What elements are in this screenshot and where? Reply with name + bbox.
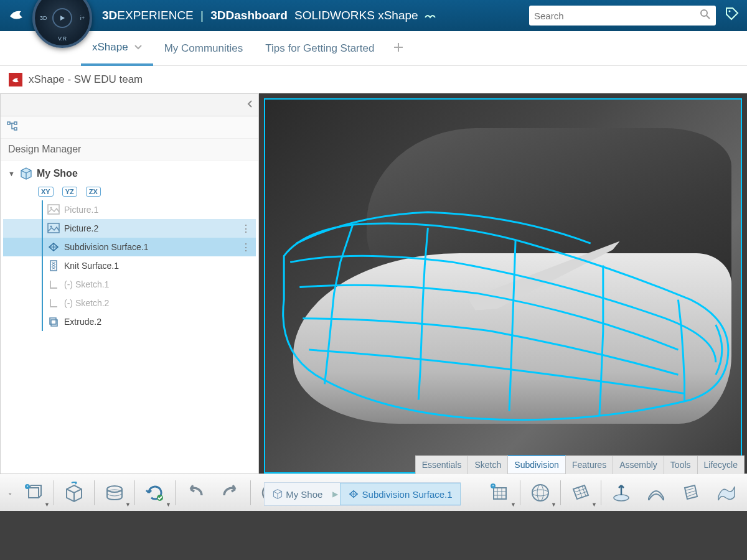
tree-item-sketch1[interactable]: (-) Sketch.1 xyxy=(3,275,256,294)
tab-sketch[interactable]: Sketch xyxy=(467,455,508,474)
brand-main: EXPERIENCE xyxy=(117,9,193,22)
search-box[interactable] xyxy=(529,6,716,26)
command-tab-strip: Essentials Sketch Subdivision Features A… xyxy=(416,455,745,474)
tab-strip: xShape My Communities Tips for Getting S… xyxy=(0,31,747,66)
tree-item-picture2[interactable]: Picture.2 ⋮ xyxy=(3,219,256,238)
tree-item-label: (-) Sketch.1 xyxy=(64,279,109,289)
svg-line-38 xyxy=(578,487,582,497)
search-input[interactable] xyxy=(534,11,700,21)
compass-east-label: i+ xyxy=(80,15,85,21)
tab-subdivision[interactable]: Subdivision xyxy=(507,455,566,474)
panel-collapse-bar xyxy=(1,94,258,116)
bend-tool-button[interactable] xyxy=(639,477,674,509)
workspace-title-row: xShape - SW EDU team xyxy=(0,66,747,93)
compass-north-label: Y xyxy=(60,0,64,1)
breadcrumb-current[interactable]: Subdivision Surface.1 xyxy=(340,483,460,505)
plane-yz[interactable]: YZ xyxy=(62,187,77,197)
surface-tool-button[interactable] xyxy=(708,477,743,509)
compass-play-icon[interactable] xyxy=(52,8,72,28)
tag-icon[interactable] xyxy=(725,6,740,25)
tab-label: Features xyxy=(572,460,606,470)
compass-south-label: V.R xyxy=(58,35,67,42)
tab-tools[interactable]: Tools xyxy=(664,455,698,474)
face-tool-button[interactable] xyxy=(674,477,708,509)
tab-label: Tools xyxy=(670,460,691,470)
tab-essentials[interactable]: Essentials xyxy=(415,455,469,474)
tree-item-subdiv[interactable]: Subdivision Surface.1 ⋮ xyxy=(3,238,256,256)
tree-item-label: (-) Sketch.2 xyxy=(64,298,109,308)
tab-tips[interactable]: Tips for Getting Started xyxy=(254,31,385,66)
knit-surface-icon xyxy=(47,259,60,273)
tree-item-extrude[interactable]: Extrude.2 xyxy=(3,312,256,331)
tree-root-label: My Shoe xyxy=(37,168,78,179)
compass-widget[interactable]: Y V.R 3D i+ xyxy=(32,0,92,48)
extrude-tool-button[interactable] xyxy=(604,477,639,509)
svg-line-1 xyxy=(707,16,710,19)
design-manager-panel: Design Manager ▼ My Shoe XY YZ ZX Pictur… xyxy=(0,93,259,511)
search-icon[interactable] xyxy=(700,9,711,23)
plane-row: XY YZ ZX xyxy=(3,187,256,197)
subdivision-icon xyxy=(348,489,359,499)
part-icon xyxy=(272,488,283,500)
item-menu-icon[interactable]: ⋮ xyxy=(241,241,251,253)
panel-title: Design Manager xyxy=(1,139,258,161)
svg-point-2 xyxy=(729,11,731,12)
svg-point-0 xyxy=(701,10,707,16)
tab-label: Lifecycle xyxy=(704,460,738,470)
app-switcher-chevron-icon[interactable] xyxy=(425,11,436,21)
svg-point-34 xyxy=(532,490,548,496)
tree-root[interactable]: ▼ My Shoe xyxy=(3,164,256,183)
compass-west-label: 3D xyxy=(40,15,47,21)
primitive-sphere-button[interactable]: ▼ xyxy=(523,477,558,509)
toolbar-expand-icon[interactable]: ⌄ xyxy=(4,477,16,509)
brand-dashboard: 3DDashboard xyxy=(210,9,288,22)
tab-label: Sketch xyxy=(474,460,501,470)
tab-label: Tips for Getting Started xyxy=(265,42,374,55)
picture-icon xyxy=(47,203,60,217)
grid-button[interactable]: ▼ xyxy=(563,477,598,509)
tab-features[interactable]: Features xyxy=(565,455,613,474)
svg-point-40 xyxy=(614,495,629,501)
svg-point-33 xyxy=(532,485,548,501)
item-menu-icon[interactable]: ⋮ xyxy=(241,223,251,235)
sketch-icon xyxy=(47,278,60,291)
svg-point-35 xyxy=(537,485,543,501)
plane-zx[interactable]: ZX xyxy=(86,187,101,197)
extrude-icon xyxy=(47,315,60,329)
chevron-right-icon: ▶ xyxy=(330,490,341,498)
chevron-down-icon[interactable] xyxy=(134,44,142,51)
viewport-canvas[interactable] xyxy=(264,98,742,474)
tab-communities[interactable]: My Communities xyxy=(153,31,255,66)
redo-button[interactable] xyxy=(213,477,248,509)
save-button[interactable]: ▼ xyxy=(97,477,132,509)
breadcrumb-current-label: Subdivision Surface.1 xyxy=(362,489,453,500)
tab-assembly[interactable]: Assembly xyxy=(613,455,664,474)
primitive-box-button[interactable]: * ▼ xyxy=(482,477,517,509)
add-tab-button[interactable] xyxy=(385,40,411,57)
tree-item-picture1[interactable]: Picture.1 xyxy=(3,200,256,219)
breadcrumb: My Shoe ▶ Subdivision Surface.1 xyxy=(264,482,461,506)
tab-lifecycle[interactable]: Lifecycle xyxy=(697,455,745,474)
tree-item-knit[interactable]: Knit Surface.1 xyxy=(3,256,256,275)
tab-label: Essentials xyxy=(422,460,462,470)
main-area: Design Manager ▼ My Shoe XY YZ ZX Pictur… xyxy=(0,93,747,511)
tree-item-label: Picture.1 xyxy=(64,205,98,215)
new-part-button[interactable]: * ▼ xyxy=(16,477,51,509)
tree-item-sketch2[interactable]: (-) Sketch.2 xyxy=(3,294,256,312)
tree-item-label: Picture.2 xyxy=(64,223,98,233)
undo-button[interactable] xyxy=(178,477,213,509)
plane-xy[interactable]: XY xyxy=(38,187,54,197)
collapse-panel-icon[interactable] xyxy=(247,100,253,110)
open-button[interactable] xyxy=(57,477,92,509)
panel-toolbar xyxy=(1,116,258,139)
svg-text:*: * xyxy=(27,485,29,489)
top-header: Y V.R 3D i+ 3DEXPERIENCE | 3DDashboard S… xyxy=(0,0,747,31)
breadcrumb-root[interactable]: My Shoe xyxy=(265,483,330,505)
caret-down-icon[interactable]: ▼ xyxy=(8,170,19,177)
svg-rect-7 xyxy=(14,128,17,130)
viewport[interactable]: My Shoe ▶ Subdivision Surface.1 xyxy=(259,93,747,511)
update-button[interactable]: ▼ xyxy=(138,477,172,509)
tree-item-label: Knit Surface.1 xyxy=(64,261,119,271)
subdivision-icon xyxy=(47,240,60,254)
tree-view-icon[interactable] xyxy=(7,121,18,134)
